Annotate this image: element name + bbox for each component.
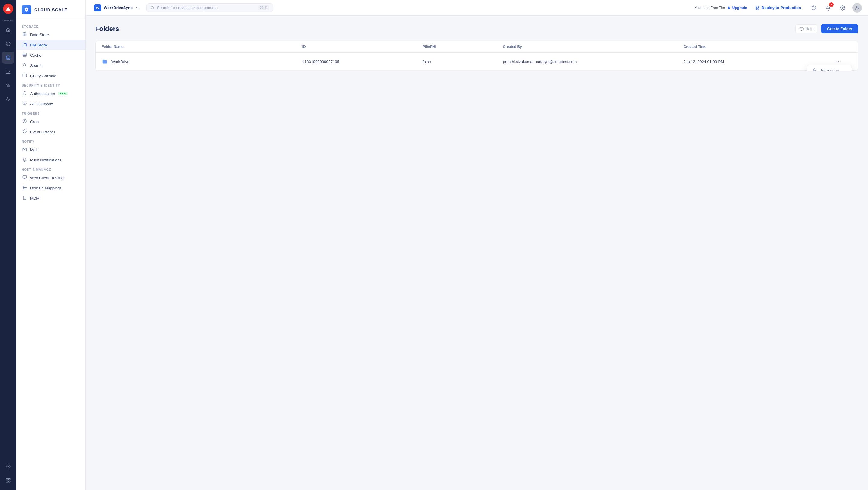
sidebar-item-label-mdm: MDM xyxy=(30,196,39,201)
app-dropdown-icon xyxy=(135,6,139,10)
app-selector[interactable]: W WorkDriveSync xyxy=(92,3,142,13)
page-header: Folders Help Create Folder xyxy=(95,24,858,33)
sidebar-item-label-cache: Cache xyxy=(30,53,41,58)
svg-rect-12 xyxy=(23,53,26,56)
rail-icon-monitoring[interactable] xyxy=(2,93,14,105)
sidebar-item-label-file-store: File Store xyxy=(30,43,47,47)
deploy-icon xyxy=(755,5,760,10)
svg-rect-9 xyxy=(9,481,10,483)
table-header: Folder Name ID PII/ePHI Created By Creat… xyxy=(96,41,858,53)
sidebar-item-query-console[interactable]: Query Console xyxy=(16,70,85,81)
help-icon-button[interactable] xyxy=(809,3,818,13)
sidebar-item-data-store[interactable]: Data Store xyxy=(16,30,85,40)
cell-folder-name: WorkDrive xyxy=(101,59,302,64)
create-folder-label: Create Folder xyxy=(827,27,852,31)
deploy-to-production-button[interactable]: Deploy to Production xyxy=(752,4,804,12)
sidebar-item-label-authentication: Authentication xyxy=(30,91,55,96)
sidebar-item-push-notifications[interactable]: Push Notifications xyxy=(16,155,85,165)
user-avatar[interactable] xyxy=(852,3,862,13)
database-icon xyxy=(22,32,27,37)
context-menu-permission[interactable]: Permission xyxy=(807,65,852,71)
page-title: Folders xyxy=(95,25,119,33)
sidebar-section-triggers: TRIGGERS xyxy=(16,109,85,116)
sidebar-item-label-event-listener: Event Listener xyxy=(30,130,55,134)
sidebar-item-label-web-client: Web Client Hosting xyxy=(30,176,64,180)
event-icon xyxy=(22,129,27,135)
rail-icon-integrations[interactable] xyxy=(2,79,14,91)
sidebar-item-api-gateway[interactable]: API Gateway xyxy=(16,99,85,109)
cell-pii: false xyxy=(423,59,503,64)
rail-logo-icon[interactable] xyxy=(3,4,13,14)
rail-icon-analytics[interactable] xyxy=(2,65,14,78)
help-button[interactable]: Help xyxy=(795,24,817,33)
svg-point-25 xyxy=(151,6,153,9)
svg-point-5 xyxy=(8,466,9,467)
sidebar-item-label-data-store: Data Store xyxy=(30,33,49,37)
sidebar-header: CLOUD SCALE xyxy=(16,0,85,19)
upgrade-button[interactable]: Upgrade xyxy=(727,6,747,10)
sidebar-item-label-mail: Mail xyxy=(30,148,37,152)
rail-icon-home[interactable] xyxy=(2,24,14,36)
monitor-icon xyxy=(22,175,27,180)
sidebar-item-label-search: Search xyxy=(30,63,42,68)
create-folder-button[interactable]: Create Folder xyxy=(821,24,858,33)
rail-icon-tools[interactable] xyxy=(2,460,14,472)
sidebar-section-notify: NOTIFY xyxy=(16,137,85,145)
sidebar-logo xyxy=(22,5,31,15)
question-mark-icon xyxy=(811,5,816,10)
sidebar-item-label-cron: Cron xyxy=(30,119,38,124)
notification-badge: 1 xyxy=(829,2,834,7)
svg-point-29 xyxy=(842,7,844,8)
sidebar-item-search[interactable]: Search xyxy=(16,60,85,70)
cache-icon xyxy=(22,53,27,58)
permission-label: Permission xyxy=(819,68,839,71)
folder-icon xyxy=(22,42,27,48)
help-button-label: Help xyxy=(805,27,813,31)
sidebar-item-mail[interactable]: Mail xyxy=(16,145,85,155)
folders-table: Folder Name ID PII/ePHI Created By Creat… xyxy=(95,41,858,71)
svg-point-33 xyxy=(837,61,837,62)
rail-icon-storage[interactable] xyxy=(2,52,14,64)
sidebar-item-event-listener[interactable]: Event Listener xyxy=(16,127,85,137)
help-circle-icon xyxy=(799,27,804,31)
settings-icon-button[interactable] xyxy=(838,3,847,13)
sidebar-item-file-store[interactable]: File Store xyxy=(16,40,85,50)
sidebar-item-domain-mappings[interactable]: Domain Mappings xyxy=(16,183,85,193)
rail-icon-functions[interactable] xyxy=(2,38,14,50)
sidebar-item-label-query-console: Query Console xyxy=(30,74,56,78)
lock-icon xyxy=(812,68,816,71)
svg-point-18 xyxy=(23,130,26,133)
search-shortcut: ⌘+K xyxy=(258,5,269,10)
icon-rail: Services xyxy=(0,0,16,490)
table-row: WorkDrive 11831000000027195 false preeth… xyxy=(96,53,858,70)
app-name: WorkDriveSync xyxy=(104,5,133,10)
sidebar-item-label-domain-mappings: Domain Mappings xyxy=(30,186,62,191)
sidebar-item-authentication[interactable]: Authentication NEW xyxy=(16,88,85,99)
svg-point-19 xyxy=(24,131,25,132)
svg-point-28 xyxy=(814,9,814,9)
search-icon xyxy=(22,63,27,68)
sidebar-item-cache[interactable]: Cache xyxy=(16,50,85,60)
sidebar-item-cron[interactable]: Cron xyxy=(16,116,85,127)
column-created-time: Created Time xyxy=(684,45,834,49)
sidebar-title: CLOUD SCALE xyxy=(34,7,67,12)
bell-icon xyxy=(22,157,27,163)
api-icon xyxy=(22,101,27,107)
svg-marker-26 xyxy=(727,6,730,9)
mobile-icon xyxy=(22,196,27,201)
avatar-icon xyxy=(855,5,860,10)
app-icon: W xyxy=(94,4,101,11)
sidebar-item-mdm[interactable]: MDM xyxy=(16,193,85,203)
rail-icon-grid[interactable] xyxy=(2,474,14,486)
ellipsis-icon xyxy=(836,59,841,64)
search-bar[interactable]: Search for services or components ⌘+K xyxy=(147,3,273,12)
sidebar-item-web-client-hosting[interactable]: Web Client Hosting xyxy=(16,173,85,183)
svg-point-34 xyxy=(838,61,839,62)
notification-button[interactable]: 1 xyxy=(824,3,833,13)
svg-rect-6 xyxy=(6,478,7,480)
sidebar-section-host: HOST & MANAGE xyxy=(16,165,85,173)
context-menu: Permission Edit Delete xyxy=(807,65,852,71)
sidebar-section-security: SECURITY & IDENTITY xyxy=(16,81,85,88)
sidebar-item-label-push-notifications: Push Notifications xyxy=(30,158,61,162)
column-actions xyxy=(834,45,852,49)
